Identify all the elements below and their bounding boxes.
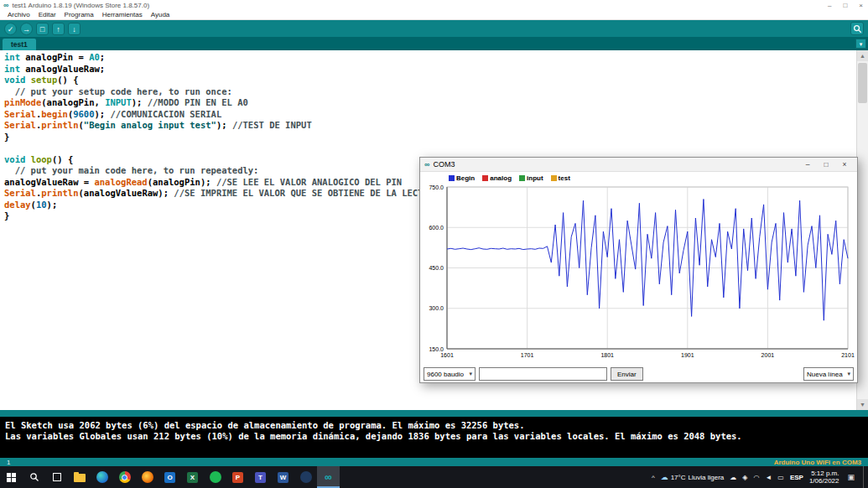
- svg-text:150.0: 150.0: [429, 346, 444, 352]
- new-sketch-button[interactable]: □: [36, 23, 49, 35]
- menu-herramientas[interactable]: Herramientas: [98, 11, 147, 18]
- plotter-maximize-button[interactable]: □: [818, 160, 834, 169]
- window-title: test1 Arduino 1.8.19 (Windows Store 1.8.…: [12, 2, 149, 9]
- powerpoint-icon[interactable]: P: [226, 466, 249, 488]
- svg-text:2101: 2101: [841, 352, 855, 358]
- onedrive-icon[interactable]: ☁: [730, 474, 736, 481]
- language-indicator[interactable]: ESP: [790, 474, 803, 481]
- code-line[interactable]: int analogValueRaw;: [4, 64, 856, 75]
- plotter-controls: 9600 baudio ▾ Enviar Nueva línea ▾: [424, 367, 854, 381]
- tab-menu-button[interactable]: ▾: [855, 39, 866, 49]
- edge-icon[interactable]: [91, 466, 113, 488]
- code-line[interactable]: Serial.println("Begin analog input test"…: [4, 120, 856, 132]
- maximize-button[interactable]: □: [843, 2, 847, 9]
- code-line[interactable]: pinMode(analogPin, INPUT); //MODO PIN EN…: [4, 97, 856, 109]
- svg-text:600.0: 600.0: [429, 225, 444, 231]
- legend-item: analog: [482, 174, 512, 182]
- chevron-down-icon: ▾: [469, 371, 472, 377]
- weather-desc: Lluvia ligera: [689, 474, 725, 481]
- outlook-icon[interactable]: O: [159, 466, 181, 488]
- save-sketch-button[interactable]: ↓: [68, 23, 81, 35]
- windows-taskbar: OXPTW∞ ^ ☁ 17°C Lluvia ligera ☁ ◈ ◠ ◄ ▭ …: [0, 466, 868, 488]
- baud-select[interactable]: 9600 baudio ▾: [424, 367, 476, 381]
- word-icon[interactable]: W: [272, 466, 294, 488]
- signal-line: [447, 200, 848, 321]
- editor-scrollbar[interactable]: ▲ ▼: [856, 50, 868, 410]
- open-sketch-button[interactable]: ↑: [52, 23, 65, 35]
- ide-statusbar: 1 Arduino Uno WiFi en COM3: [0, 458, 868, 466]
- security-shield-icon[interactable]: ◈: [742, 474, 747, 481]
- task-view-icon[interactable]: [45, 466, 68, 488]
- send-input[interactable]: [479, 367, 607, 381]
- serial-plotter-window: ∞ COM3 – □ × Beginanaloginputtest 150.03…: [419, 157, 858, 383]
- line-ending-select[interactable]: Nueva línea ▾: [803, 367, 854, 381]
- plotter-close-button[interactable]: ×: [836, 160, 853, 169]
- weather-temp: 17°C: [671, 474, 686, 481]
- start-button[interactable]: [0, 466, 23, 488]
- scrollbar-thumb[interactable]: [858, 63, 867, 103]
- upload-button[interactable]: →: [20, 23, 33, 35]
- svg-text:1901: 1901: [681, 352, 694, 358]
- send-button[interactable]: Enviar: [611, 367, 643, 381]
- file-explorer-icon[interactable]: [68, 466, 91, 488]
- code-line[interactable]: void setup() {: [4, 75, 856, 86]
- firefox-icon[interactable]: [136, 466, 159, 488]
- weather-widget[interactable]: ☁ 17°C Lluvia ligera: [661, 473, 725, 481]
- menu-bar: ArchivoEditarProgramaHerramientasAyuda: [0, 10, 868, 20]
- status-strip: [0, 410, 868, 417]
- code-line[interactable]: [4, 143, 856, 154]
- arduino-icon[interactable]: ∞: [317, 466, 340, 488]
- weather-icon: ☁: [661, 473, 668, 481]
- code-line[interactable]: int analogPin = A0;: [4, 52, 856, 64]
- excel-icon[interactable]: X: [181, 466, 204, 488]
- scroll-down-icon[interactable]: ▼: [857, 399, 868, 410]
- spotify-icon[interactable]: [204, 466, 226, 488]
- svg-text:750.0: 750.0: [429, 184, 444, 190]
- arduino-app-icon: ∞: [424, 161, 429, 169]
- code-line[interactable]: Serial.begin(9600); //COMUNICACION SERIA…: [4, 109, 856, 121]
- wifi-icon[interactable]: ◠: [753, 474, 759, 481]
- tray-chevron-icon[interactable]: ^: [652, 474, 655, 481]
- plotter-body: Beginanaloginputtest 150.0300.0450.0600.…: [420, 172, 857, 383]
- steam-icon[interactable]: [294, 466, 317, 488]
- build-console: El Sketch usa 2062 bytes (6%) del espaci…: [0, 417, 868, 458]
- baud-value: 9600 baudio: [427, 371, 464, 378]
- svg-text:1601: 1601: [440, 352, 454, 358]
- menu-ayuda[interactable]: Ayuda: [147, 11, 174, 18]
- plotter-titlebar[interactable]: ∞ COM3 – □ ×: [420, 158, 857, 172]
- verify-button[interactable]: ✓: [4, 23, 17, 35]
- tray-date: 1/06/2022: [809, 477, 839, 485]
- volume-icon[interactable]: ◄: [765, 474, 772, 481]
- arduino-app-icon: ∞: [3, 2, 8, 9]
- teams-icon[interactable]: T: [249, 466, 272, 488]
- svg-text:300.0: 300.0: [429, 305, 444, 311]
- notification-center-icon[interactable]: ▣: [845, 473, 857, 481]
- console-line: Las variables Globales usan 212 bytes (1…: [5, 431, 863, 442]
- menu-editar[interactable]: Editar: [34, 11, 60, 18]
- show-desktop-button[interactable]: [863, 466, 866, 488]
- ide-titlebar: ∞ test1 Arduino 1.8.19 (Windows Store 1.…: [0, 0, 868, 10]
- search-icon[interactable]: [23, 466, 45, 488]
- clock[interactable]: 5:12 p.m. 1/06/2022: [809, 470, 839, 485]
- plot-area: 150.0300.0450.0600.0750.0160117011801190…: [422, 183, 855, 366]
- chrome-icon[interactable]: [113, 466, 136, 488]
- svg-text:1701: 1701: [521, 352, 534, 358]
- code-line[interactable]: }: [4, 132, 856, 143]
- battery-icon[interactable]: ▭: [777, 474, 784, 481]
- menu-archivo[interactable]: Archivo: [3, 11, 34, 18]
- ide-toolbar: ✓ → □ ↑ ↓: [0, 20, 868, 37]
- magnifier-icon: [853, 24, 862, 34]
- menu-programa[interactable]: Programa: [60, 11, 98, 18]
- minimize-button[interactable]: –: [828, 2, 831, 9]
- code-line[interactable]: // put your setup code here, to run once…: [4, 86, 856, 98]
- system-tray: ^ ☁ 17°C Lluvia ligera ☁ ◈ ◠ ◄ ▭ ESP 5:1…: [652, 466, 868, 488]
- close-button[interactable]: ×: [859, 2, 863, 9]
- plotter-minimize-button[interactable]: –: [799, 160, 816, 169]
- tab-test1[interactable]: test1: [3, 39, 36, 50]
- scroll-up-icon[interactable]: ▲: [857, 50, 868, 61]
- serial-monitor-button[interactable]: [850, 22, 864, 35]
- board-port-indicator: Arduino Uno WiFi en COM3: [774, 459, 861, 466]
- svg-text:1801: 1801: [600, 352, 614, 358]
- desktop-screen: ∞ test1 Arduino 1.8.19 (Windows Store 1.…: [0, 0, 868, 488]
- svg-text:2001: 2001: [761, 352, 775, 358]
